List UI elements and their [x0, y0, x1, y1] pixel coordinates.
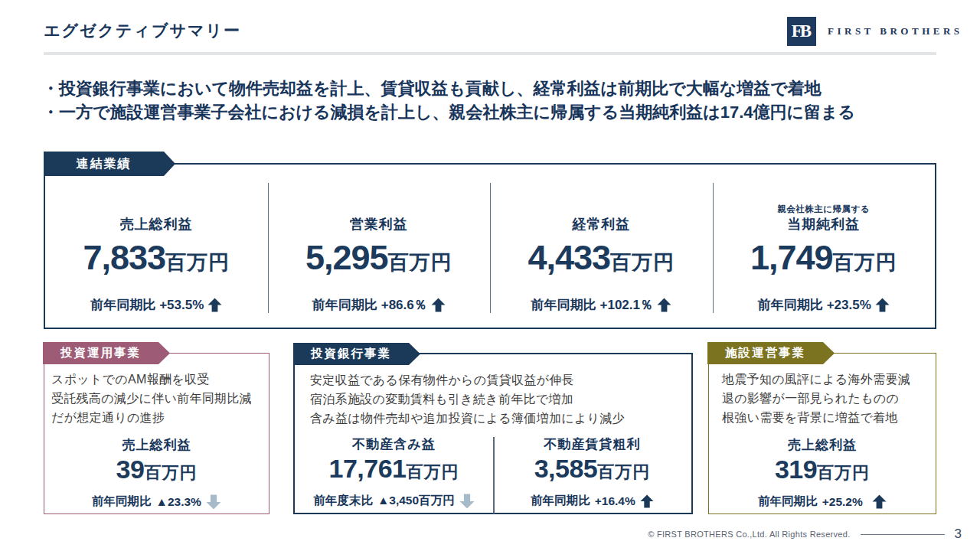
metric-label: 不動産賃貸粗利: [544, 435, 640, 453]
up-arrow-icon: [657, 298, 671, 312]
metric-label: 経常利益: [572, 215, 630, 233]
yoy-label: 前年同期比: [531, 296, 596, 314]
yoy-value: +102.1％: [600, 296, 653, 314]
logo-wordmark: FIRST BROTHERS: [828, 25, 963, 37]
yoy-value: +16.4%: [595, 494, 635, 508]
segment-banner-label: 投資運用事業: [60, 345, 152, 361]
up-arrow-icon: [207, 298, 222, 312]
fb-monogram-text: FB: [792, 21, 812, 41]
segment-box-investment-banking: 投資銀行事業 安定収益である保有物件からの賃貸収益が伸長 宿泊系施設の変動賃料も…: [293, 353, 693, 514]
metric-label: 売上総利益: [120, 215, 193, 233]
summary-bullets: ・投資銀行事業において物件売却益を計上、賃貸収益も貢献し、経常利益は前期比で大幅…: [42, 77, 938, 124]
yoy-label: 前年同期比: [312, 296, 377, 314]
segment-banner-label: 投資銀行事業: [311, 346, 403, 362]
metric-value: 4,433 百万円: [528, 238, 675, 278]
segment-box-investment-management: 投資運用事業 スポットでのAM報酬を収受 受託残高の減少に伴い前年同期比減 だが…: [44, 353, 270, 514]
footer: © FIRST BROTHERS Co.,Ltd. All Rights Res…: [648, 527, 962, 542]
metric-number: 5,295: [305, 238, 388, 278]
metric-number: 319: [775, 455, 817, 484]
yoy-value: +23.5%: [827, 298, 871, 313]
metric-unit: 百万円: [406, 461, 459, 484]
metric-column-operating-profit: 営業利益 5,295 百万円 前年同期比 +86.6％: [268, 165, 491, 328]
metric-label: 売上総利益: [122, 436, 191, 454]
column-divider: [490, 183, 491, 313]
segment-description: 安定収益である保有物件からの賃貸収益が伸長 宿泊系施設の変動賃料も引き続き前年比…: [310, 371, 691, 428]
metric-number: 7,833: [83, 238, 165, 278]
up-arrow-icon: [875, 298, 890, 312]
company-logo: FB FIRST BROTHERS: [787, 17, 963, 46]
yoy-value: +53.5%: [159, 298, 204, 313]
segment-banner: 投資運用事業: [43, 342, 170, 364]
yoy-label: 前年同期比: [531, 493, 590, 509]
consolidated-results-box: 連結業績 売上総利益 7,833 百万円 前年同期比 +53.5%: [44, 163, 936, 329]
segment-metric-unrealized-gain: 不動産含み益 17,761 百万円 前年度末比 ▲3,450百万円: [313, 435, 474, 509]
yoy-label: 前年度末比: [313, 493, 373, 509]
metric-value: 5,295 百万円: [305, 238, 452, 278]
metric-label: 営業利益: [350, 215, 408, 233]
segment-description: スポットでのAM報酬を収受 受託残高の減少に伴い前年同期比減 だが想定通りの進捗: [51, 370, 269, 427]
metric-number: 1,749: [750, 238, 833, 278]
metric-label: 不動産含み益: [352, 435, 435, 453]
down-arrow-icon: [206, 494, 221, 510]
metric-unit: 百万円: [165, 249, 230, 276]
segment-banner: 投資銀行事業: [293, 343, 420, 365]
footer-rule: [861, 534, 945, 535]
yoy-label: 前年同期比: [90, 296, 155, 314]
metric-value: 39 百万円: [116, 455, 198, 484]
metric-value: 7,833 百万円: [83, 238, 230, 278]
summary-bullet-2: ・一方で施設運営事業子会社における減損を計上し、親会社株主に帰属する当期純利益は…: [42, 100, 938, 124]
metric-yoy: 前年同期比 +53.5%: [90, 296, 222, 314]
metric-column-net-profit: 親会社株主に帰属する 当期純利益 1,749 百万円 前年同期比 +23.5%: [713, 165, 936, 328]
yoy-value: ▲3,450百万円: [377, 493, 455, 509]
metric-unit: 百万円: [388, 249, 452, 276]
yoy-value: +86.6％: [381, 296, 427, 314]
segment-metric-rental-gross-profit: 不動産賃貸粗利 3,585 百万円 前年同期比 +16.4%: [531, 435, 654, 509]
metric-unit: 百万円: [610, 249, 675, 276]
metric-number: 17,761: [328, 454, 406, 484]
down-arrow-icon: [459, 494, 475, 509]
metric-yoy: 前年同期比 +23.5%: [758, 296, 890, 314]
metric-number: 4,433: [528, 238, 610, 278]
column-divider: [713, 183, 714, 313]
metric-unit: 百万円: [833, 249, 897, 276]
metric-value: 1,749 百万円: [750, 238, 897, 278]
metric-unit: 百万円: [144, 461, 197, 484]
metric-yoy: 前年度末比 ▲3,450百万円: [313, 493, 474, 509]
copyright-text: © FIRST BROTHERS Co.,Ltd. All Rights Res…: [648, 530, 850, 539]
page-title: エグゼクティブサマリー: [44, 20, 241, 41]
metric-value: 319 百万円: [775, 455, 870, 484]
metric-yoy: 前年同期比 +25.2%: [758, 494, 887, 510]
yoy-value: ▲23.3%: [156, 495, 201, 509]
segment-metric: 売上総利益 39 百万円 前年同期比 ▲23.3%: [44, 436, 269, 510]
yoy-value: +25.2%: [822, 495, 863, 509]
segment-metrics-row: 不動産含み益 17,761 百万円 前年度末比 ▲3,450百万円: [295, 435, 691, 509]
metric-value: 3,585 百万円: [534, 454, 651, 484]
segment-banner-label: 施設運営事業: [725, 345, 817, 361]
column-divider: [268, 183, 269, 313]
metric-column-ordinary-profit: 経常利益 4,433 百万円 前年同期比 +102.1％: [490, 165, 713, 328]
metric-label: 当期純利益: [787, 215, 860, 233]
up-arrow-icon: [640, 494, 654, 508]
title-divider: [44, 52, 936, 55]
yoy-label: 前年同期比: [758, 296, 823, 314]
metric-column-gross-profit: 売上総利益 7,833 百万円 前年同期比 +53.5%: [45, 165, 268, 328]
segment-metric: 売上総利益 319 百万円 前年同期比 +25.2%: [709, 436, 936, 510]
metric-yoy: 前年同期比 +16.4%: [531, 493, 654, 509]
fb-monogram-icon: FB: [787, 17, 816, 46]
metric-divider: [493, 437, 495, 514]
metric-yoy: 前年同期比 +86.6％: [312, 296, 446, 314]
metric-yoy: 前年同期比 +102.1％: [531, 296, 671, 314]
segment-description: 地震予知の風評による海外需要減 退の影響が一部見られたものの 根強い需要を背景に…: [722, 370, 936, 427]
consolidated-banner-label: 連結業績: [77, 156, 143, 172]
metric-unit: 百万円: [597, 461, 650, 484]
yoy-label: 前年同期比: [92, 494, 152, 510]
consolidated-banner: 連結業績: [44, 152, 175, 176]
segment-box-facility-operation: 施設運営事業 地震予知の風評による海外需要減 退の影響が一部見られたものの 根強…: [708, 353, 936, 514]
up-arrow-icon: [431, 298, 446, 312]
slide: エグゼクティブサマリー FB FIRST BROTHERS ・投資銀行事業におい…: [0, 0, 980, 551]
page-number: 3: [955, 527, 962, 542]
metric-yoy: 前年同期比 ▲23.3%: [92, 494, 221, 510]
summary-bullet-1: ・投資銀行事業において物件売却益を計上、賃貸収益も貢献し、経常利益は前期比で大幅…: [42, 77, 938, 100]
segment-banner: 施設運営事業: [707, 342, 835, 364]
metric-label: 売上総利益: [788, 436, 857, 454]
